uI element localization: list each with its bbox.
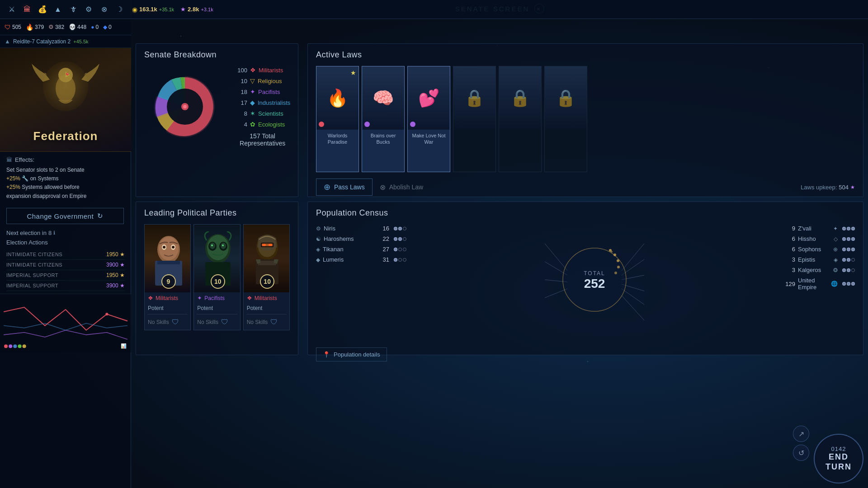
change-government-button[interactable]: Change Government ↻ [6, 208, 124, 224]
end-turn-button[interactable]: 0142 ENDTURN [814, 434, 863, 483]
svg-point-32 [222, 244, 224, 246]
party-card-3[interactable]: 10 ❖ Militarists Potent No Skills 🛡 [243, 224, 290, 330]
blue1-resource: ● 0 [91, 24, 99, 30]
hissho-icon: ◇ [834, 236, 838, 242]
effects-panel: 🏛 Effects: Set Senator slots to 2 on Sen… [0, 152, 131, 205]
kalgeros-dot-3 [851, 268, 855, 272]
election-section: Next election in 8 ℹ Election Actions IN… [6, 230, 125, 291]
kalgeros-dot-2 [847, 268, 850, 272]
pass-laws-button[interactable]: ⊕ Pass Laws [316, 178, 373, 196]
mini-chart: 📊 [0, 294, 131, 352]
legend-religious: 10 ▽ Religious [235, 77, 290, 84]
svg-point-21 [163, 246, 165, 249]
party-portrait-3: 10 [244, 225, 290, 292]
election-action-imperial-2[interactable]: IMPERIAL SUPPORT 3900 ★ [6, 281, 125, 291]
party-skills-1: No Skills 🛡 [145, 314, 190, 330]
election-action-intimidate-1[interactable]: INTIMIDATE CITIZENS 1950 ★ [6, 249, 125, 260]
election-header: Next election in 8 ℹ [6, 230, 125, 236]
end-turn-number: 0142 [831, 446, 846, 452]
census-center: TOTAL 252 [411, 224, 778, 344]
law-art-warlords: 🔥 ★ [316, 66, 359, 130]
sophons-dot-1 [842, 248, 846, 251]
tikanan-dot-2 [398, 248, 402, 251]
legend-ecologists: 4 ✿ Ecologists [235, 121, 290, 128]
resource-bar: ◉ 163.1k +35.1k ★ 2.8k +3.1k [132, 6, 213, 13]
nav-icon-gear[interactable]: ⚙ [82, 3, 95, 16]
svg-point-56 [617, 266, 620, 268]
party-card-1[interactable]: 9 ❖ Militarists Potent No Skills 🛡 [144, 224, 191, 330]
corner-nav-down[interactable]: ↺ [793, 445, 809, 461]
faction-portrait: Federation [0, 48, 131, 152]
lumeris-icon: ◆ [316, 257, 320, 263]
shield-icon-1: 🛡 [172, 318, 179, 326]
svg-point-5 [67, 73, 68, 74]
lock-icon-1: 🔒 [464, 89, 485, 108]
party-faction-1: ❖ Militarists [145, 292, 190, 304]
shields-resource: 🛡 505 [5, 23, 21, 31]
party-portrait-2: 10 [194, 225, 240, 292]
effect-item-2: +25% 🔧 on Systems [6, 174, 125, 183]
law-art-locked-2: 🔒 [499, 66, 542, 130]
resource-row-2: 🛡 505 🔥 379 ⚙ 382 💀 448 ● 0 ◆ 0 [0, 19, 131, 35]
zvali-dot-3 [851, 227, 855, 230]
abolish-law-button[interactable]: ⊗ Abolish Law [380, 183, 424, 192]
total-reps: 157 Total Representatives [235, 132, 290, 147]
law-card-warlords[interactable]: 🔥 ★ Warlords Paradise [316, 66, 359, 172]
haroshems-icon: ☯ [316, 236, 321, 242]
population-details-button[interactable]: 📍 Population details [316, 347, 387, 361]
svg-point-57 [614, 272, 617, 274]
haroshems-dot-2 [398, 237, 402, 241]
hissho-dot-2 [847, 237, 850, 241]
flames-resource: 🔥 379 [26, 23, 44, 31]
party-faction-3: ❖ Militarists [244, 292, 289, 304]
militarists-icon: ❖ [250, 66, 256, 74]
zvali-dot-1 [842, 227, 846, 230]
pacifists-icon: ✦ [250, 88, 255, 95]
legend-pacifists: 18 ✦ Pacifists [235, 88, 290, 95]
svg-point-11 [23, 344, 26, 348]
nav-icon-dagger[interactable]: 🗡 [67, 3, 80, 16]
skulls-resource: 💀 448 [69, 23, 86, 30]
reidite-row: ▲ Reidite-7 Catalyzation 2 +45.5k [0, 35, 131, 48]
niris-dot-3 [403, 227, 406, 230]
blue2-resource: ◆ 0 [103, 24, 112, 30]
hissho-dot-1 [842, 237, 846, 241]
party-faction-2: ✦ Pacifists [194, 292, 240, 304]
law-card-brains[interactable]: 🧠 Brains over Bucks [362, 66, 405, 172]
zvali-dot-2 [847, 227, 850, 230]
laws-actions: ⊕ Pass Laws ⊗ Abolish Law Laws upkeep: 5… [316, 178, 855, 196]
effect-item-1: Set Senator slots to 2 on Senate [6, 166, 125, 174]
census-row-sophons: 6 Sophons ⊕ [783, 245, 855, 253]
plus-icon: ⊕ [324, 182, 330, 192]
census-inner: ⚙ Niris 16 ☯ Haroshems 22 [316, 224, 855, 344]
nav-icon-sword[interactable]: ⚔ [5, 3, 18, 16]
scientists-icon: ✶ [250, 110, 255, 117]
census-right: 9 Z'vali ✦ 6 Hissho ◇ [783, 224, 855, 344]
lumeris-dot-3 [403, 258, 406, 262]
epistis-dot-3 [851, 258, 855, 262]
religious-icon: ▽ [250, 77, 255, 84]
nav-icon-target[interactable]: ⊗ [98, 3, 110, 16]
svg-point-55 [617, 259, 619, 262]
nav-icon-moon[interactable]: ☽ [113, 3, 126, 16]
svg-point-10 [18, 344, 21, 348]
nav-icon-money[interactable]: 💰 [36, 3, 49, 16]
legend-industrialists: 17 ◆ Industrialists [235, 99, 290, 106]
census-row-kalgeros: 3 Kalgeros ❂ [783, 266, 855, 274]
svg-line-45 [545, 289, 567, 298]
nav-icon-triangle[interactable]: ▲ [52, 3, 64, 16]
census-row-hissho: 6 Hissho ◇ [783, 235, 855, 243]
census-row-tikanan: ◈ Tikanan 27 [316, 245, 406, 253]
svg-text:📊: 📊 [121, 343, 127, 349]
election-action-intimidate-2[interactable]: INTIMIDATE CITIZENS 3900 ★ [6, 260, 125, 270]
parties-grid: 9 ❖ Militarists Potent No Skills 🛡 [144, 224, 290, 330]
party-card-2[interactable]: 10 ✦ Pacifists Potent No Skills 🛡 [193, 224, 240, 330]
corner-nav-up[interactable]: ↗ [793, 426, 809, 442]
niris-icon: ⚙ [316, 225, 321, 232]
svg-point-54 [613, 253, 616, 256]
svg-point-16 [183, 105, 187, 108]
nav-icon-senate[interactable]: 🏛 [21, 3, 33, 16]
law-card-love[interactable]: 💕 Make Love Not War [407, 66, 450, 172]
svg-point-8 [9, 344, 12, 348]
election-action-imperial-1[interactable]: IMPERIAL SUPPORT 1950 ★ [6, 270, 125, 281]
